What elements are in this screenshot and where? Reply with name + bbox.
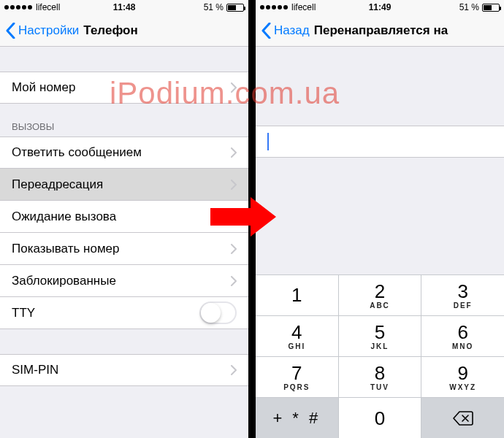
key-symbols[interactable]: + * # — [256, 397, 339, 438]
battery-percent: 51 % — [459, 2, 479, 12]
nav-bar: Назад Перенаправляется на — [256, 15, 504, 47]
nav-title: Телефон — [83, 23, 137, 38]
row-show-caller-id[interactable]: Показывать номер — [0, 233, 248, 265]
chevron-left-icon — [261, 23, 271, 39]
status-bar: lifecell 11:48 51 % — [0, 0, 248, 15]
nav-bar: Настройки Телефон — [0, 15, 248, 47]
status-time: 11:48 — [113, 2, 136, 12]
key-1[interactable]: 1 — [256, 274, 339, 315]
row-call-waiting[interactable]: Ожидание вызова — [0, 201, 248, 233]
chevron-right-icon — [231, 276, 237, 286]
status-bar: lifecell 11:49 51 % — [256, 0, 504, 15]
row-label: Ожидание вызова — [12, 210, 116, 224]
row-sim-pin[interactable]: SIM-PIN — [0, 354, 248, 386]
chevron-right-icon — [231, 365, 237, 375]
row-reply-with-message[interactable]: Ответить сообщением — [0, 137, 248, 169]
section-header-calls: ВЫЗОВЫ — [0, 117, 248, 137]
numeric-keypad: 1 2ABC 3DEF 4GHI 5JKL 6MNO 7PQRS 8TUV 9W… — [256, 274, 504, 438]
status-time: 11:49 — [369, 2, 392, 12]
key-4[interactable]: 4GHI — [256, 315, 339, 356]
backspace-icon — [453, 411, 473, 426]
key-backspace[interactable] — [421, 397, 504, 438]
chevron-left-icon — [6, 23, 15, 39]
battery-icon — [482, 4, 500, 12]
key-6[interactable]: 6MNO — [421, 315, 504, 356]
carrier-label: lifecell — [36, 2, 60, 12]
back-button[interactable]: Назад — [261, 23, 310, 39]
key-7[interactable]: 7PQRS — [256, 356, 339, 397]
nav-title: Перенаправляется на — [314, 23, 448, 38]
tty-toggle[interactable] — [199, 301, 237, 324]
back-label: Назад — [274, 23, 310, 38]
row-my-number[interactable]: Мой номер — [0, 72, 248, 104]
chevron-right-icon — [231, 147, 237, 158]
row-tty[interactable]: TTY — [0, 297, 248, 329]
key-8[interactable]: 8TUV — [339, 356, 422, 397]
back-button[interactable]: Настройки — [6, 23, 79, 39]
key-5[interactable]: 5JKL — [339, 315, 422, 356]
key-0[interactable]: 0 — [339, 397, 422, 438]
text-cursor — [267, 133, 269, 150]
key-2[interactable]: 2ABC — [339, 274, 422, 315]
row-label: Показывать номер — [12, 242, 120, 256]
row-call-forwarding[interactable]: Переадресация — [0, 169, 248, 201]
row-label: Заблокированные — [12, 274, 116, 288]
chevron-right-icon — [231, 244, 237, 254]
row-label: TTY — [12, 306, 35, 320]
battery-percent: 51 % — [204, 2, 224, 12]
screen-settings-phone: lifecell 11:48 51 % Настройки Телефон Мо… — [0, 0, 248, 438]
row-blocked[interactable]: Заблокированные — [0, 265, 248, 297]
screen-forward-to: lifecell 11:49 51 % Назад Перенаправляет… — [256, 0, 504, 438]
battery-icon — [226, 4, 244, 12]
signal-icon — [4, 5, 32, 9]
carrier-label: lifecell — [291, 2, 316, 12]
row-label: SIM-PIN — [12, 363, 58, 377]
row-label: Переадресация — [12, 177, 103, 192]
back-label: Настройки — [18, 23, 79, 38]
key-9[interactable]: 9WXYZ — [421, 356, 504, 397]
forward-number-input[interactable] — [256, 126, 504, 158]
key-3[interactable]: 3DEF — [421, 274, 504, 315]
row-label: Ответить сообщением — [12, 145, 142, 160]
chevron-right-icon — [231, 212, 237, 222]
chevron-right-icon — [231, 82, 237, 93]
signal-icon — [260, 5, 288, 9]
chevron-right-icon — [231, 180, 237, 190]
row-label: Мой номер — [12, 80, 75, 95]
